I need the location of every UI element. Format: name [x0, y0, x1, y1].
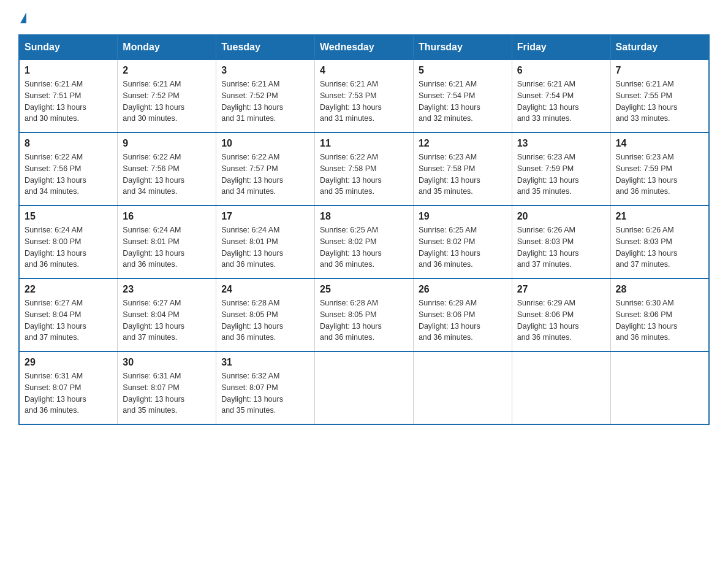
empty-cell — [413, 351, 512, 424]
day-cell-23: 23 Sunrise: 6:27 AM Sunset: 8:04 PM Dayl… — [118, 278, 216, 351]
day-cell-12: 12 Sunrise: 6:23 AM Sunset: 7:58 PM Dayl… — [413, 132, 512, 205]
day-info: Sunrise: 6:28 AM Sunset: 8:05 PM Dayligh… — [320, 297, 408, 343]
day-cell-15: 15 Sunrise: 6:24 AM Sunset: 8:00 PM Dayl… — [19, 205, 118, 278]
day-info: Sunrise: 6:22 AM Sunset: 7:57 PM Dayligh… — [221, 151, 309, 197]
week-row-3: 15 Sunrise: 6:24 AM Sunset: 8:00 PM Dayl… — [19, 205, 709, 278]
week-row-1: 1 Sunrise: 6:21 AM Sunset: 7:51 PM Dayli… — [19, 59, 709, 132]
day-cell-13: 13 Sunrise: 6:23 AM Sunset: 7:59 PM Dayl… — [512, 132, 610, 205]
day-cell-20: 20 Sunrise: 6:26 AM Sunset: 8:03 PM Dayl… — [512, 205, 610, 278]
day-number: 5 — [419, 65, 507, 76]
day-cell-27: 27 Sunrise: 6:29 AM Sunset: 8:06 PM Dayl… — [512, 278, 610, 351]
day-info: Sunrise: 6:23 AM Sunset: 7:59 PM Dayligh… — [616, 151, 703, 197]
day-info: Sunrise: 6:31 AM Sunset: 8:07 PM Dayligh… — [123, 370, 211, 416]
day-cell-7: 7 Sunrise: 6:21 AM Sunset: 7:55 PM Dayli… — [610, 59, 709, 132]
day-info: Sunrise: 6:21 AM Sunset: 7:52 PM Dayligh… — [123, 79, 211, 124]
day-info: Sunrise: 6:25 AM Sunset: 8:02 PM Dayligh… — [320, 224, 408, 270]
day-info: Sunrise: 6:24 AM Sunset: 8:01 PM Dayligh… — [123, 224, 211, 270]
day-number: 14 — [616, 138, 703, 149]
day-number: 17 — [221, 211, 309, 222]
day-cell-14: 14 Sunrise: 6:23 AM Sunset: 7:59 PM Dayl… — [610, 132, 709, 205]
week-row-2: 8 Sunrise: 6:22 AM Sunset: 7:56 PM Dayli… — [19, 132, 709, 205]
logo-text — [18, 12, 27, 23]
day-info: Sunrise: 6:31 AM Sunset: 8:07 PM Dayligh… — [25, 370, 112, 416]
day-cell-28: 28 Sunrise: 6:30 AM Sunset: 8:06 PM Dayl… — [610, 278, 709, 351]
day-number: 28 — [616, 284, 703, 295]
day-info: Sunrise: 6:32 AM Sunset: 8:07 PM Dayligh… — [221, 370, 309, 416]
day-number: 15 — [25, 211, 112, 222]
day-cell-10: 10 Sunrise: 6:22 AM Sunset: 7:57 PM Dayl… — [216, 132, 315, 205]
logo-triangle-icon — [20, 12, 26, 23]
day-info: Sunrise: 6:27 AM Sunset: 8:04 PM Dayligh… — [25, 297, 112, 343]
day-cell-22: 22 Sunrise: 6:27 AM Sunset: 8:04 PM Dayl… — [19, 278, 118, 351]
day-header-wednesday: Wednesday — [315, 35, 414, 59]
day-cell-24: 24 Sunrise: 6:28 AM Sunset: 8:05 PM Dayl… — [216, 278, 315, 351]
day-info: Sunrise: 6:21 AM Sunset: 7:52 PM Dayligh… — [221, 79, 309, 124]
day-cell-16: 16 Sunrise: 6:24 AM Sunset: 8:01 PM Dayl… — [118, 205, 216, 278]
day-cell-5: 5 Sunrise: 6:21 AM Sunset: 7:54 PM Dayli… — [413, 59, 512, 132]
empty-cell — [512, 351, 610, 424]
day-number: 29 — [25, 357, 112, 368]
day-cell-31: 31 Sunrise: 6:32 AM Sunset: 8:07 PM Dayl… — [216, 351, 315, 424]
day-cell-6: 6 Sunrise: 6:21 AM Sunset: 7:54 PM Dayli… — [512, 59, 610, 132]
day-info: Sunrise: 6:22 AM Sunset: 7:56 PM Dayligh… — [123, 151, 211, 197]
day-number: 20 — [517, 211, 605, 222]
day-header-tuesday: Tuesday — [216, 35, 315, 59]
day-number: 24 — [221, 284, 309, 295]
day-number: 11 — [320, 138, 408, 149]
day-number: 6 — [517, 65, 605, 76]
day-number: 10 — [221, 138, 309, 149]
day-info: Sunrise: 6:26 AM Sunset: 8:03 PM Dayligh… — [616, 224, 703, 270]
week-row-4: 22 Sunrise: 6:27 AM Sunset: 8:04 PM Dayl… — [19, 278, 709, 351]
day-number: 31 — [221, 357, 309, 368]
day-info: Sunrise: 6:22 AM Sunset: 7:58 PM Dayligh… — [320, 151, 408, 197]
day-number: 16 — [123, 211, 211, 222]
page-header — [18, 12, 710, 23]
day-info: Sunrise: 6:21 AM Sunset: 7:53 PM Dayligh… — [320, 79, 408, 124]
day-number: 18 — [320, 211, 408, 222]
day-number: 12 — [419, 138, 507, 149]
day-cell-8: 8 Sunrise: 6:22 AM Sunset: 7:56 PM Dayli… — [19, 132, 118, 205]
day-cell-25: 25 Sunrise: 6:28 AM Sunset: 8:05 PM Dayl… — [315, 278, 414, 351]
day-number: 21 — [616, 211, 703, 222]
day-header-thursday: Thursday — [413, 35, 512, 59]
empty-cell — [315, 351, 414, 424]
day-cell-3: 3 Sunrise: 6:21 AM Sunset: 7:52 PM Dayli… — [216, 59, 315, 132]
day-cell-26: 26 Sunrise: 6:29 AM Sunset: 8:06 PM Dayl… — [413, 278, 512, 351]
day-header-monday: Monday — [118, 35, 216, 59]
day-header-row: SundayMondayTuesdayWednesdayThursdayFrid… — [19, 35, 709, 59]
day-header-friday: Friday — [512, 35, 610, 59]
day-cell-2: 2 Sunrise: 6:21 AM Sunset: 7:52 PM Dayli… — [118, 59, 216, 132]
day-number: 19 — [419, 211, 507, 222]
day-cell-11: 11 Sunrise: 6:22 AM Sunset: 7:58 PM Dayl… — [315, 132, 414, 205]
week-row-5: 29 Sunrise: 6:31 AM Sunset: 8:07 PM Dayl… — [19, 351, 709, 424]
day-number: 4 — [320, 65, 408, 76]
day-number: 9 — [123, 138, 211, 149]
day-info: Sunrise: 6:29 AM Sunset: 8:06 PM Dayligh… — [419, 297, 507, 343]
day-cell-4: 4 Sunrise: 6:21 AM Sunset: 7:53 PM Dayli… — [315, 59, 414, 132]
day-number: 22 — [25, 284, 112, 295]
day-number: 2 — [123, 65, 211, 76]
day-info: Sunrise: 6:27 AM Sunset: 8:04 PM Dayligh… — [123, 297, 211, 343]
day-number: 27 — [517, 284, 605, 295]
logo — [18, 12, 27, 23]
day-cell-17: 17 Sunrise: 6:24 AM Sunset: 8:01 PM Dayl… — [216, 205, 315, 278]
day-info: Sunrise: 6:29 AM Sunset: 8:06 PM Dayligh… — [517, 297, 605, 343]
day-info: Sunrise: 6:26 AM Sunset: 8:03 PM Dayligh… — [517, 224, 605, 270]
day-number: 30 — [123, 357, 211, 368]
calendar-table: SundayMondayTuesdayWednesdayThursdayFrid… — [18, 34, 710, 425]
day-number: 13 — [517, 138, 605, 149]
day-header-saturday: Saturday — [610, 35, 709, 59]
day-cell-29: 29 Sunrise: 6:31 AM Sunset: 8:07 PM Dayl… — [19, 351, 118, 424]
day-cell-21: 21 Sunrise: 6:26 AM Sunset: 8:03 PM Dayl… — [610, 205, 709, 278]
day-cell-9: 9 Sunrise: 6:22 AM Sunset: 7:56 PM Dayli… — [118, 132, 216, 205]
day-number: 8 — [25, 138, 112, 149]
day-cell-19: 19 Sunrise: 6:25 AM Sunset: 8:02 PM Dayl… — [413, 205, 512, 278]
day-info: Sunrise: 6:30 AM Sunset: 8:06 PM Dayligh… — [616, 297, 703, 343]
day-number: 23 — [123, 284, 211, 295]
day-info: Sunrise: 6:23 AM Sunset: 7:58 PM Dayligh… — [419, 151, 507, 197]
empty-cell — [610, 351, 709, 424]
day-number: 25 — [320, 284, 408, 295]
day-cell-1: 1 Sunrise: 6:21 AM Sunset: 7:51 PM Dayli… — [19, 59, 118, 132]
day-info: Sunrise: 6:21 AM Sunset: 7:54 PM Dayligh… — [517, 79, 605, 124]
day-info: Sunrise: 6:21 AM Sunset: 7:54 PM Dayligh… — [419, 79, 507, 124]
